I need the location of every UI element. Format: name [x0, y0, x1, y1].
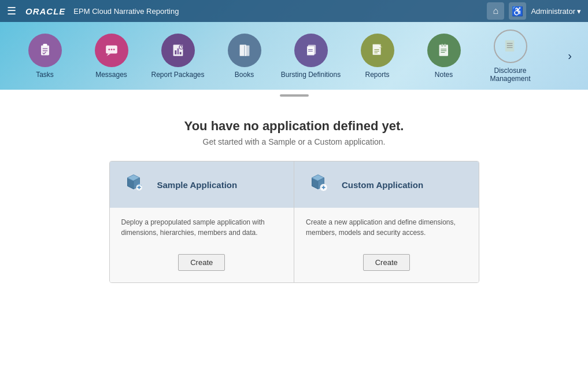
scroll-indicator: [0, 94, 588, 97]
oracle-logo: ORACLE: [25, 6, 65, 16]
sample-application-card: Sample Application Deploy a prepopulated…: [110, 161, 295, 282]
nav-item-books[interactable]: Books: [211, 24, 278, 88]
svg-rect-10: [175, 50, 176, 54]
svg-rect-33: [505, 40, 513, 52]
custom-card-footer: Create: [294, 247, 479, 282]
svg-rect-29: [444, 43, 445, 46]
sample-card-title: Sample Application: [157, 180, 238, 190]
nav-item-messages[interactable]: Messages: [78, 24, 145, 88]
cards-container: Sample Application Deploy a prepopulated…: [109, 161, 479, 283]
topbar-header: ☰ ORACLE EPM Cloud Narrative Reporting ⌂…: [0, 0, 588, 22]
nav-icon-circle-0: [28, 34, 62, 67]
nav-item-bursting-definitions[interactable]: Bursting Definitions: [278, 24, 344, 88]
nav-next-button[interactable]: ›: [563, 47, 576, 65]
main-title: You have no application defined yet.: [184, 119, 404, 134]
nav-icon-circle-4: [294, 34, 328, 67]
custom-application-icon: [306, 171, 334, 198]
sample-card-body: Deploy a prepopulated sample application…: [110, 208, 294, 247]
nav-item-disclosure-management[interactable]: Disclosure Management: [477, 24, 543, 88]
custom-create-button[interactable]: Create: [363, 254, 410, 271]
svg-point-6: [108, 49, 110, 50]
home-button[interactable]: ⌂: [487, 2, 504, 20]
custom-card-description: Create a new application and define dime…: [306, 217, 467, 238]
custom-card-body: Create a new application and define dime…: [294, 208, 479, 247]
svg-point-8: [113, 49, 114, 50]
scroll-bar: [280, 94, 309, 97]
svg-rect-11: [177, 48, 179, 54]
topbar-right: ⌂ ♿ Administrator ▾: [487, 2, 581, 20]
nav-icon-circle-2: [161, 34, 195, 67]
nav-label-4: Bursting Definitions: [281, 71, 341, 79]
main-subtitle: Get started with a Sample or a Custom ap…: [203, 137, 386, 146]
svg-rect-52: [323, 186, 324, 189]
nav-item-reports[interactable]: Reports: [344, 24, 411, 88]
nav-label-3: Books: [235, 71, 254, 79]
nav-icon-circle-6: [427, 34, 461, 67]
nav-label-0: Tasks: [36, 71, 54, 79]
nav-item-notes[interactable]: Notes: [411, 24, 477, 88]
main-content: You have no application defined yet. Get…: [0, 101, 588, 295]
nav-label-5: Reports: [365, 71, 389, 79]
svg-rect-12: [179, 52, 181, 54]
nav-label-7: Disclosure Management: [477, 67, 543, 83]
user-menu[interactable]: Administrator ▾: [531, 7, 581, 16]
nav-icon-circle-1: [95, 34, 128, 67]
nav-icon-circle-5: [361, 34, 394, 67]
svg-rect-17: [245, 45, 249, 56]
topbar: ☰ ORACLE EPM Cloud Narrative Reporting ⌂…: [0, 0, 588, 90]
nav-icon-circle-3: [228, 34, 261, 67]
sample-card-description: Deploy a prepopulated sample application…: [121, 217, 283, 238]
user-label: Administrator: [531, 7, 575, 16]
svg-marker-5: [106, 53, 110, 56]
nav-item-tasks[interactable]: Tasks: [12, 24, 78, 88]
custom-application-card: Custom Application Create a new applicat…: [294, 161, 479, 282]
nav-item-report-packages[interactable]: Report Packages: [145, 24, 211, 88]
svg-point-7: [110, 49, 112, 50]
nav-label-2: Report Packages: [151, 71, 204, 79]
user-arrow-icon: ▾: [577, 7, 581, 16]
svg-rect-27: [439, 45, 448, 56]
svg-rect-45: [138, 186, 139, 189]
svg-rect-28: [441, 43, 442, 46]
svg-rect-1: [43, 43, 47, 46]
hamburger-icon[interactable]: ☰: [7, 5, 16, 17]
nav-icons: Tasks Messages Report Packages Books Bur…: [0, 22, 588, 90]
sample-card-footer: Create: [110, 247, 294, 282]
accessibility-button[interactable]: ♿: [509, 2, 526, 20]
app-title: EPM Cloud Narrative Reporting: [73, 7, 179, 16]
sample-create-button[interactable]: Create: [178, 254, 225, 271]
sample-application-icon: [121, 171, 149, 198]
sample-card-header: Sample Application: [110, 161, 294, 208]
custom-card-title: Custom Application: [342, 180, 423, 190]
nav-icon-circle-7: [494, 30, 527, 63]
nav-label-1: Messages: [95, 71, 127, 79]
custom-card-header: Custom Application: [294, 161, 479, 208]
nav-label-6: Notes: [435, 71, 453, 79]
